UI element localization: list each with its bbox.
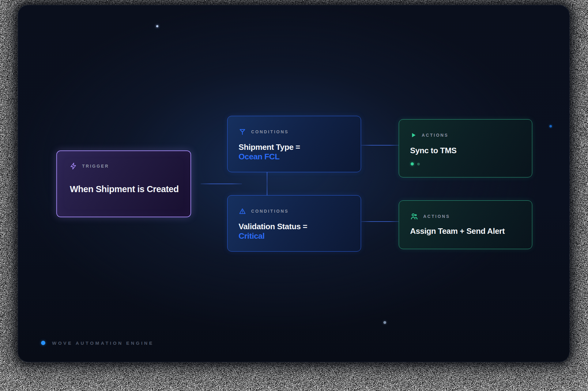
trigger-node[interactable]: TRIGGER When Shipment is Created	[56, 150, 191, 217]
connector-condition2-to-action2	[361, 221, 399, 222]
connector-trigger-to-conditions	[201, 184, 242, 184]
brand-footer: WOVE AUTOMATION ENGINE	[41, 339, 154, 347]
condition-value: Critical	[239, 231, 307, 241]
condition-node-validation-status[interactable]: CONDITIONS Validation Status = Critical	[227, 195, 361, 252]
node-title: Sync to TMS	[410, 146, 457, 155]
node-header: ACTIONS	[410, 212, 521, 220]
connector-condition1-to-condition2	[267, 172, 267, 196]
node-header: ACTIONS	[410, 131, 521, 139]
connector-condition1-to-action1	[361, 145, 399, 146]
glow-dot	[549, 125, 552, 127]
node-title: When Shipment is Created	[70, 184, 179, 194]
play-icon	[410, 132, 417, 139]
node-type-label: TRIGGER	[82, 164, 109, 169]
glow-dot	[383, 321, 386, 324]
filter-icon	[239, 128, 246, 136]
node-title: Assign Team + Send Alert	[410, 226, 505, 236]
brand-name: WOVE AUTOMATION ENGINE	[52, 340, 154, 346]
node-type-label: CONDITIONS	[251, 129, 289, 134]
warning-icon	[239, 207, 246, 215]
automation-canvas: TRIGGER When Shipment is Created CONDITI…	[18, 5, 570, 362]
stage: TRIGGER When Shipment is Created CONDITI…	[0, 0, 588, 391]
team-icon	[410, 212, 418, 221]
action-node-sync-tms[interactable]: ACTIONS Sync to TMS	[399, 119, 532, 177]
node-title: Validation Status = Critical	[239, 222, 307, 241]
action-node-assign-team[interactable]: ACTIONS Assign Team + Send Alert	[399, 200, 532, 249]
node-type-label: ACTIONS	[422, 133, 449, 138]
node-header: CONDITIONS	[239, 207, 350, 215]
condition-field: Shipment Type =	[239, 142, 300, 152]
condition-field: Validation Status =	[239, 222, 307, 231]
glow-dot	[156, 25, 158, 27]
status-dots	[411, 162, 420, 165]
condition-value: Ocean FCL	[239, 152, 300, 161]
node-title: Shipment Type = Ocean FCL	[239, 142, 300, 161]
condition-node-shipment-type[interactable]: CONDITIONS Shipment Type = Ocean FCL	[227, 116, 361, 172]
node-type-label: ACTIONS	[423, 214, 450, 219]
lightning-icon	[70, 162, 77, 170]
status-dot-active	[411, 162, 414, 165]
status-dot-inactive	[417, 163, 420, 165]
brand-dot-icon	[41, 341, 45, 345]
node-header: TRIGGER	[70, 162, 178, 170]
node-type-label: CONDITIONS	[251, 209, 289, 214]
node-header: CONDITIONS	[239, 128, 350, 136]
